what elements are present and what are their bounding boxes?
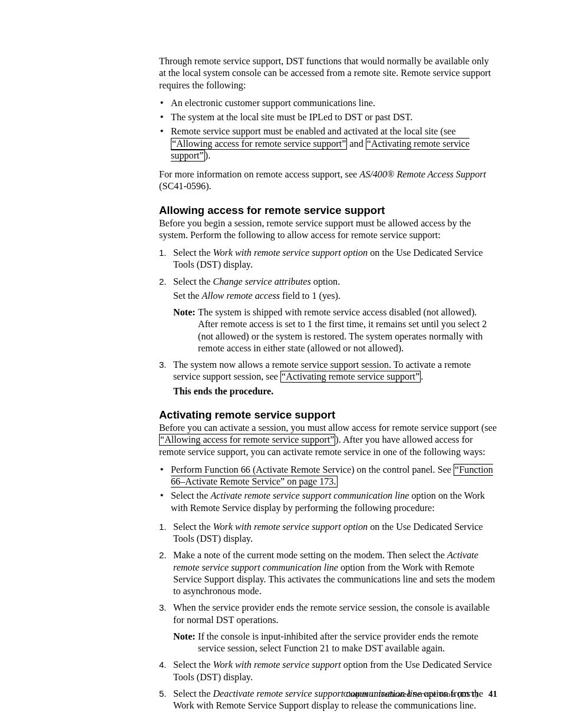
note-text: The system is shipped with remote servic…	[198, 307, 487, 354]
bullet-text: The system at the local site must be IPL…	[171, 112, 412, 123]
text: Perform Function 66 (Activate Remote Ser…	[171, 465, 454, 475]
option-name: Work with remote service support option	[213, 248, 368, 258]
xref-link[interactable]: “Allowing access for remote service supp…	[171, 138, 347, 150]
text: Select the	[173, 248, 213, 258]
step-item: 3. When the service provider ends the re…	[159, 602, 497, 654]
option-name: Work with remote service support option	[213, 522, 368, 532]
intro-paragraph: Through remote service support, DST func…	[159, 55, 497, 91]
field-name: Allow remote access	[202, 291, 280, 301]
step-sub: Set the Allow remote access field to 1 (…	[173, 290, 497, 302]
text: Select the	[173, 276, 213, 287]
step-marker: 2.	[159, 276, 167, 288]
sec2-intro: Before you can activate a session, you m…	[159, 422, 497, 458]
bullet-item: Perform Function 66 (Activate Remote Ser…	[159, 464, 497, 488]
step-item: 1. Select the Work with remote service s…	[159, 247, 497, 271]
note-label: Note:	[173, 307, 196, 318]
note-label: Note:	[173, 631, 196, 643]
sec2-bullet-list: Perform Function 66 (Activate Remote Ser…	[159, 464, 497, 514]
footer-page-number: 41	[488, 689, 497, 699]
bullet-item: An electronic customer support communica…	[159, 97, 497, 109]
heading-activating: Activating remote service support	[159, 408, 497, 421]
text: Set the	[173, 291, 202, 301]
sec1-intro: Before you begin a session, remote servi…	[159, 218, 497, 242]
step-item: 3. The system now allows a remote servic…	[159, 359, 497, 397]
xref-link[interactable]: “Allowing access for remote service supp…	[159, 434, 335, 446]
bullet-text: ).	[205, 150, 210, 161]
step-item: 2. Make a note of the current mode setti…	[159, 549, 497, 597]
note-text: If the console is input-inhibited after …	[198, 631, 478, 654]
step-marker: 1.	[159, 248, 167, 259]
text: Make a note of the current mode setting …	[173, 550, 447, 561]
step-item: 1. Select the Work with remote service s…	[159, 521, 497, 545]
text: For more information on remote access su…	[159, 169, 359, 180]
text: When the service provider ends the remot…	[173, 602, 490, 625]
text: Select the	[173, 660, 213, 670]
text: option.	[311, 276, 340, 287]
page-footer: Chapter 1. Dedicated Service Tools (DST)…	[343, 689, 497, 700]
bullet-item: Select the Activate remote service suppo…	[159, 490, 497, 514]
step-marker: 4.	[159, 660, 167, 671]
intro-more-info: For more information on remote access su…	[159, 169, 497, 193]
note: Note: The system is shipped with remote …	[173, 307, 497, 354]
text: Select the	[173, 689, 213, 699]
text: Select the	[173, 522, 213, 532]
step-item: 2. Select the Change service attributes …	[159, 276, 497, 355]
step-marker: 5.	[159, 689, 167, 700]
option-name: Activate remote service support communic…	[210, 490, 409, 501]
option-name: Change service attributes	[213, 276, 310, 287]
intro-bullet-list: An electronic customer support communica…	[159, 97, 497, 162]
step-item: 4. Select the Work with remote service s…	[159, 659, 497, 683]
text: .	[421, 371, 423, 382]
end-procedure: This ends the procedure.	[173, 386, 497, 397]
bullet-text: and	[347, 139, 365, 149]
text: (SC41-0596).	[159, 181, 211, 192]
bullet-item: The system at the local site must be IPL…	[159, 111, 497, 123]
option-name: Work with remote service support	[213, 660, 340, 670]
book-title: AS/400® Remote Access Support	[359, 169, 486, 180]
xref-link[interactable]: “Activating remote service support”	[280, 371, 421, 383]
step-marker: 1.	[159, 522, 167, 533]
sec2-steps: 1. Select the Work with remote service s…	[159, 521, 497, 712]
step-marker: 2.	[159, 550, 167, 561]
bullet-text: Remote service support must be enabled a…	[171, 126, 456, 137]
bullet-item: Remote service support must be enabled a…	[159, 126, 497, 162]
note: Note: If the console is input-inhibited …	[173, 631, 497, 655]
text: Select the	[171, 490, 210, 501]
text: Before you can activate a session, you m…	[159, 423, 497, 433]
bullet-text: An electronic customer support communica…	[171, 98, 375, 108]
step-marker: 3.	[159, 360, 167, 371]
heading-allowing-access: Allowing access for remote service suppo…	[159, 203, 497, 217]
step-marker: 3.	[159, 602, 167, 614]
text: field to 1 (yes).	[280, 291, 340, 301]
sec1-steps: 1. Select the Work with remote service s…	[159, 247, 497, 397]
document-page: Through remote service support, DST func…	[0, 0, 562, 728]
footer-chapter: Chapter 1. Dedicated Service Tools (DST)	[343, 690, 478, 699]
